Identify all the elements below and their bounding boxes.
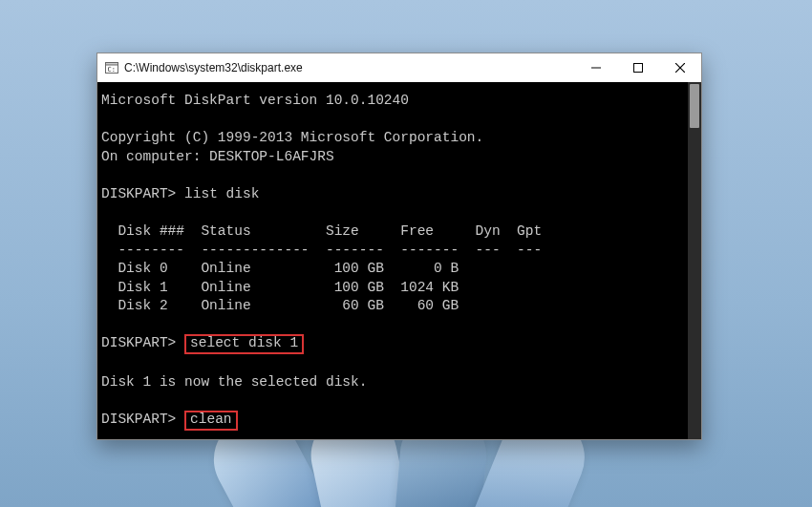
diskpart-window: C: C:\Windows\system32\diskpart.exe Micr… xyxy=(96,53,702,440)
prompt: DISKPART> xyxy=(101,186,176,201)
cmd-list-disk: list disk xyxy=(184,186,259,201)
prompt: DISKPART> xyxy=(101,412,176,427)
copyright-line: Copyright (C) 1999-2013 Microsoft Corpor… xyxy=(101,130,483,145)
version-line: Microsoft DiskPart version 10.0.10240 xyxy=(101,93,409,108)
scroll-thumb[interactable] xyxy=(690,84,699,128)
svg-rect-4 xyxy=(634,64,643,73)
msg-selected: Disk 1 is now the selected disk. xyxy=(101,374,367,390)
table-header: Disk ### Status Size Free Dyn Gpt xyxy=(101,223,542,239)
window-controls xyxy=(575,53,701,82)
maximize-button[interactable] xyxy=(617,53,659,82)
terminal-area: Microsoft DiskPart version 10.0.10240 Co… xyxy=(97,82,701,439)
prompt: DISKPART> xyxy=(101,335,176,350)
titlebar[interactable]: C: C:\Windows\system32\diskpart.exe xyxy=(97,53,701,82)
window-title: C:\Windows\system32\diskpart.exe xyxy=(124,61,575,74)
cmd-select-disk: select disk 1 xyxy=(184,334,304,354)
minimize-button[interactable] xyxy=(575,53,617,82)
close-button[interactable] xyxy=(659,53,701,82)
table-row: Disk 1 Online 100 GB 1024 KB xyxy=(101,280,459,295)
svg-rect-1 xyxy=(106,63,118,66)
table-divider: -------- ------------- ------- ------- -… xyxy=(101,243,542,258)
vertical-scrollbar[interactable] xyxy=(688,82,701,439)
svg-text:C:: C: xyxy=(108,66,116,74)
computer-line: On computer: DESKTOP-L6AFJRS xyxy=(101,149,334,164)
cmd-clean: clean xyxy=(184,411,238,431)
table-row: Disk 2 Online 60 GB 60 GB xyxy=(101,298,459,313)
terminal-icon: C: xyxy=(105,61,118,74)
terminal-output[interactable]: Microsoft DiskPart version 10.0.10240 Co… xyxy=(97,82,688,439)
table-row: Disk 0 Online 100 GB 0 B xyxy=(101,261,459,276)
